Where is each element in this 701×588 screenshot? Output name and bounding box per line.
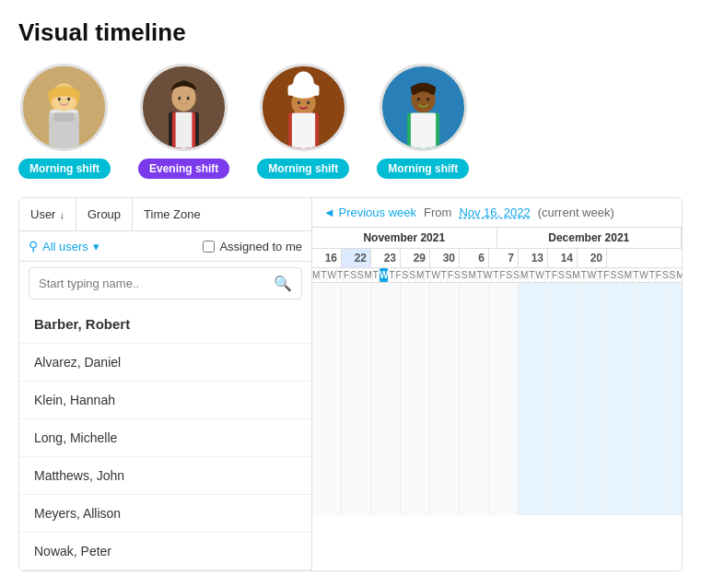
timeline-row bbox=[312, 382, 682, 416]
tl-cell bbox=[637, 382, 666, 416]
tl-cell bbox=[607, 316, 637, 349]
tl-cell bbox=[342, 316, 371, 349]
day-cell-w5d0: M bbox=[572, 268, 580, 282]
tab-user-label: User bbox=[30, 207, 55, 221]
day-cell-w0d1: T bbox=[321, 268, 327, 282]
tl-cell bbox=[607, 283, 637, 316]
tl-cell bbox=[401, 482, 430, 515]
tl-cell bbox=[371, 283, 401, 316]
search-button[interactable]: 🔍 bbox=[264, 268, 301, 299]
tl-cell bbox=[519, 283, 548, 316]
month-nov: November 2021 bbox=[312, 228, 497, 248]
current-date-link[interactable]: Nov 16, 2022 bbox=[459, 206, 530, 219]
tl-cell bbox=[519, 316, 548, 349]
user-item-klein-hannah[interactable]: Klein, Hannah bbox=[19, 382, 311, 419]
week-23: 23 bbox=[371, 249, 401, 267]
tl-cell bbox=[548, 482, 578, 515]
day-cell-w5d1: T bbox=[581, 268, 588, 282]
week-numbers-row: 16 22 23 29 30 6 7 13 14 20 bbox=[312, 249, 682, 268]
tl-cell bbox=[578, 416, 607, 449]
day-cell-w6d0: M bbox=[625, 268, 633, 282]
user-item-long-michelle[interactable]: Long, Michelle bbox=[19, 419, 311, 457]
tl-cell bbox=[401, 316, 430, 349]
timeline-nav: ◄ Previous week From Nov 16, 2022 (curre… bbox=[312, 198, 682, 228]
avatar-1 bbox=[20, 64, 108, 151]
tl-cell bbox=[401, 449, 430, 482]
tl-cell bbox=[607, 349, 637, 382]
day-cell-w2d2: W bbox=[431, 268, 440, 282]
tl-cell bbox=[578, 482, 607, 515]
day-cell-w4d6: S bbox=[566, 268, 573, 282]
tl-cell bbox=[489, 283, 519, 316]
user-item-alvarez-daniel[interactable]: Alvarez, Daniel bbox=[19, 344, 311, 382]
tl-cell bbox=[460, 449, 489, 482]
day-cell-w3d2: W bbox=[484, 268, 493, 282]
all-users-button[interactable]: ⚲ All users ▾ bbox=[29, 239, 99, 253]
avatar-3 bbox=[260, 64, 347, 151]
tl-cell bbox=[578, 449, 607, 482]
avatars-row: Morning shift Evening shift bbox=[18, 64, 683, 179]
day-cell-w6d2: W bbox=[639, 268, 648, 282]
sidebar-controls: ⚲ All users ▾ Assigned to me bbox=[19, 231, 311, 262]
tl-cell bbox=[312, 349, 342, 382]
tl-cell bbox=[371, 482, 401, 515]
assigned-checkbox-input[interactable] bbox=[203, 241, 215, 253]
day-cell-w5d3: T bbox=[597, 268, 603, 282]
day-cell-w2d6: S bbox=[461, 268, 469, 282]
day-cell-w3d1: T bbox=[477, 268, 484, 282]
tl-cell bbox=[578, 316, 607, 349]
day-cell-w2d4: F bbox=[448, 268, 454, 282]
tl-cell bbox=[519, 349, 548, 382]
tl-cell bbox=[637, 349, 666, 382]
tl-cell bbox=[342, 283, 371, 316]
user-item-nowak-peter[interactable]: Nowak, Peter bbox=[19, 533, 311, 570]
tl-cell bbox=[637, 449, 666, 482]
search-input[interactable] bbox=[29, 270, 264, 297]
day-cell-w4d5: S bbox=[558, 268, 566, 282]
search-box: 🔍 bbox=[29, 267, 302, 300]
tab-user[interactable]: User ↓ bbox=[19, 198, 76, 230]
tab-timezone-label: Time Zone bbox=[144, 207, 201, 221]
tl-cell bbox=[519, 449, 548, 482]
tl-cell bbox=[548, 382, 578, 416]
tl-cell bbox=[430, 382, 460, 416]
tl-cell bbox=[548, 449, 578, 482]
timeline-row bbox=[312, 449, 682, 482]
prev-week-button[interactable]: ◄ Previous week bbox=[323, 206, 416, 219]
week-14: 14 bbox=[548, 249, 578, 267]
user-item-meyers-allison[interactable]: Meyers, Allison bbox=[19, 495, 311, 533]
tl-cell bbox=[312, 416, 342, 449]
assigned-to-me-checkbox[interactable]: Assigned to me bbox=[203, 240, 302, 253]
tl-cell bbox=[637, 482, 666, 515]
shift-badge-3: Morning shift bbox=[257, 159, 349, 179]
timeline: ◄ Previous week From Nov 16, 2022 (curre… bbox=[312, 198, 682, 570]
tab-group[interactable]: Group bbox=[76, 198, 133, 230]
tl-cell bbox=[342, 382, 371, 416]
tl-cell bbox=[578, 283, 607, 316]
user-item-barber-robert[interactable]: Barber, Robert bbox=[19, 305, 311, 344]
main-panel: User ↓ Group Time Zone ⚲ All users ▾ bbox=[18, 197, 683, 571]
day-cell-w6d3: T bbox=[649, 268, 656, 282]
tl-cell bbox=[342, 349, 371, 382]
svg-point-22 bbox=[293, 72, 313, 96]
day-cell-w6d5: S bbox=[662, 268, 670, 282]
user-item-matthews-john[interactable]: Matthews, John bbox=[19, 457, 311, 495]
tl-cell bbox=[489, 382, 519, 416]
tab-timezone[interactable]: Time Zone bbox=[133, 198, 212, 230]
day-cell-w2d1: T bbox=[425, 268, 431, 282]
week-6: 6 bbox=[460, 249, 489, 267]
svg-rect-8 bbox=[54, 113, 75, 122]
svg-rect-30 bbox=[411, 113, 436, 148]
user-list: Barber, Robert Alvarez, Daniel Klein, Ha… bbox=[19, 305, 311, 570]
day-cell-w1d5: S bbox=[403, 268, 410, 282]
tl-cell bbox=[489, 349, 519, 382]
tl-cell bbox=[548, 316, 578, 349]
svg-point-11 bbox=[179, 97, 181, 100]
tl-cell bbox=[401, 382, 430, 416]
month-header-row: November 2021 December 2021 bbox=[312, 228, 682, 249]
avatar-item-2: Evening shift bbox=[138, 64, 229, 179]
tl-cell bbox=[312, 283, 342, 316]
svg-point-27 bbox=[417, 98, 420, 101]
tl-cell bbox=[637, 283, 666, 316]
day-cell-w4d2: W bbox=[535, 268, 544, 282]
